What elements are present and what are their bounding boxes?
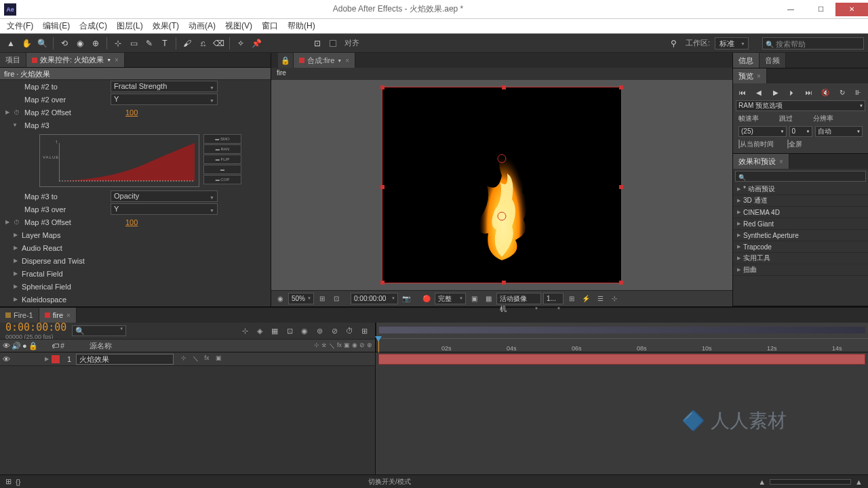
- project-tab[interactable]: 项目: [0, 53, 26, 67]
- flowchart-icon[interactable]: ⊹: [608, 293, 620, 305]
- effect-controls-tab[interactable]: 效果控件: 火焰效果▼×: [26, 53, 125, 67]
- tl-icon[interactable]: ⊚: [314, 327, 325, 336]
- map3over-select[interactable]: Y: [111, 203, 218, 215]
- map2over-select[interactable]: Y: [111, 94, 218, 105]
- time-display[interactable]: 0:00:00:00: [351, 293, 398, 304]
- comp-breadcrumb[interactable]: fire: [271, 68, 732, 80]
- search-icon[interactable]: ⚲: [667, 37, 681, 50]
- group-spherical[interactable]: ▶Spherical Field: [0, 280, 271, 293]
- brush-tool-icon[interactable]: 🖌: [180, 37, 194, 50]
- res-select[interactable]: 自动: [815, 126, 863, 137]
- time-ruler[interactable]: 02s 04s 06s 08s 10s 12s 14s: [376, 323, 868, 352]
- map3offset-value[interactable]: 100: [125, 218, 271, 226]
- pixel-icon[interactable]: ⊞: [566, 293, 578, 305]
- preset-category[interactable]: ▶* 动画预设: [733, 184, 868, 195]
- stamp-tool-icon[interactable]: ⎌: [196, 37, 210, 50]
- timeline-tab-2[interactable]: fire×: [39, 308, 77, 323]
- preset-category[interactable]: ▶实用工具: [733, 253, 868, 264]
- tl-icon[interactable]: ⊞: [359, 327, 370, 336]
- lock-icon[interactable]: 🔒: [278, 53, 294, 68]
- toggle-label[interactable]: 切换开关/模式: [368, 477, 411, 487]
- region-icon[interactable]: ▣: [468, 293, 480, 305]
- preset-search[interactable]: 🔍: [735, 171, 866, 182]
- puppet-tool-icon[interactable]: 📌: [250, 37, 263, 50]
- timeline-icon[interactable]: ☰: [594, 293, 606, 305]
- loop-icon[interactable]: ↻: [837, 89, 848, 96]
- info-tab[interactable]: 信息: [733, 53, 760, 68]
- track-area[interactable]: [376, 352, 868, 474]
- tl-icon[interactable]: ⊘: [329, 327, 340, 336]
- last-frame-icon[interactable]: ⏭: [804, 89, 814, 96]
- visibility-icon[interactable]: 👁: [3, 355, 18, 363]
- play-icon[interactable]: ▶: [770, 89, 781, 96]
- rotate-tool-icon[interactable]: ◉: [73, 37, 87, 50]
- viewer[interactable]: [271, 80, 732, 290]
- menu-animation[interactable]: 动画(A): [184, 19, 220, 33]
- anchor-tool-icon[interactable]: ⊹: [111, 37, 125, 50]
- hand-tool-icon[interactable]: ✋: [20, 37, 33, 50]
- preset-thumb[interactable]: ▬ COP: [203, 175, 241, 184]
- menu-help[interactable]: 帮助(H): [283, 19, 319, 33]
- label-icon[interactable]: 🏷: [52, 342, 59, 350]
- menu-edit[interactable]: 编辑(E): [39, 19, 74, 33]
- fast-preview-icon[interactable]: ⚡: [580, 293, 592, 305]
- stopwatch-icon[interactable]: ⏱: [14, 109, 20, 116]
- menu-layer[interactable]: 图层(L): [113, 19, 147, 33]
- minimize-button[interactable]: —: [776, 3, 806, 16]
- snap-chk[interactable]: [326, 37, 340, 50]
- preset-category[interactable]: ▶Synthetic Aperture: [733, 230, 868, 241]
- rect-tool-icon[interactable]: ▭: [127, 37, 140, 50]
- preset-category[interactable]: ▶3D 通道: [733, 195, 868, 207]
- tl-icon[interactable]: ⊹: [239, 327, 250, 336]
- views-select[interactable]: 1...: [543, 293, 564, 304]
- preset-thumb[interactable]: ▬: [203, 165, 241, 174]
- tl-icon[interactable]: ▦: [269, 327, 280, 336]
- comp-tab[interactable]: 合成: fire▼×: [294, 53, 355, 68]
- playhead[interactable]: [378, 336, 379, 352]
- menu-window[interactable]: 窗口: [258, 19, 282, 33]
- preset-category[interactable]: ▶Red Giant: [733, 218, 868, 230]
- preset-thumb[interactable]: ▬ SMO: [203, 134, 241, 144]
- lock-icon[interactable]: 🔒: [28, 342, 38, 350]
- effects-presets-tab[interactable]: 效果和预设×: [733, 154, 789, 169]
- text-tool-icon[interactable]: T: [158, 37, 172, 50]
- roto-tool-icon[interactable]: ✧: [234, 37, 248, 50]
- workspace-select[interactable]: 标准: [715, 37, 749, 49]
- toggle-switches-icon[interactable]: ⊞: [5, 477, 12, 486]
- ram-preview-select[interactable]: RAM 预览选项: [736, 100, 865, 111]
- stopwatch-icon[interactable]: ⏱: [14, 219, 20, 226]
- toggle-modes-icon[interactable]: {}: [16, 478, 20, 486]
- zoom-select[interactable]: 50%: [288, 293, 314, 304]
- audio-tab[interactable]: 音频: [760, 53, 786, 68]
- tl-icon[interactable]: ⏱: [344, 327, 355, 336]
- preset-category[interactable]: ▶Trapcode: [733, 241, 868, 253]
- menu-view[interactable]: 视图(V): [221, 19, 256, 33]
- preset-thumb[interactable]: ▬ FLIP: [203, 155, 241, 164]
- maximize-button[interactable]: ☐: [806, 3, 835, 16]
- help-search[interactable]: 🔍 搜索帮助: [762, 37, 864, 49]
- curve-graph[interactable]: VALUE ↑: [39, 134, 199, 187]
- tl-icon[interactable]: ◈: [254, 327, 265, 336]
- menu-effect[interactable]: 效果(T): [149, 19, 183, 33]
- timeline-search[interactable]: 🔍: [72, 325, 126, 336]
- speaker-icon[interactable]: 🔊: [12, 342, 21, 350]
- group-audioreact[interactable]: ▶Audio React: [0, 241, 271, 254]
- map3to-select[interactable]: Opacity: [111, 190, 218, 202]
- layer-row[interactable]: 👁 ▶ 1 火焰效果 ⊹＼fx▣: [0, 352, 375, 366]
- group-kaleido[interactable]: ▶Kaleidospace: [0, 293, 271, 306]
- orbit-tool-icon[interactable]: ⟲: [58, 37, 71, 50]
- quality-select[interactable]: 完整: [435, 293, 466, 304]
- timecode[interactable]: 0:00:00:00: [5, 321, 66, 333]
- map2to-select[interactable]: Fractal Strength: [111, 81, 218, 92]
- close-button[interactable]: ✕: [835, 3, 868, 16]
- group-fractal[interactable]: ▶Fractal Field: [0, 267, 271, 280]
- eraser-tool-icon[interactable]: ⌫: [212, 37, 225, 50]
- group-disperse[interactable]: ▶Disperse and Twist: [0, 254, 271, 267]
- preset-category[interactable]: ▶扭曲: [733, 264, 868, 276]
- timeline-tab-1[interactable]: Fire-1: [0, 308, 39, 323]
- layer-bar[interactable]: [378, 354, 865, 365]
- zoom-in-icon[interactable]: ▲: [855, 478, 863, 486]
- camera-select[interactable]: 活动摄像机: [496, 293, 541, 304]
- zoom-slider[interactable]: [770, 479, 851, 485]
- zoom-tool-icon[interactable]: 🔍: [35, 37, 49, 50]
